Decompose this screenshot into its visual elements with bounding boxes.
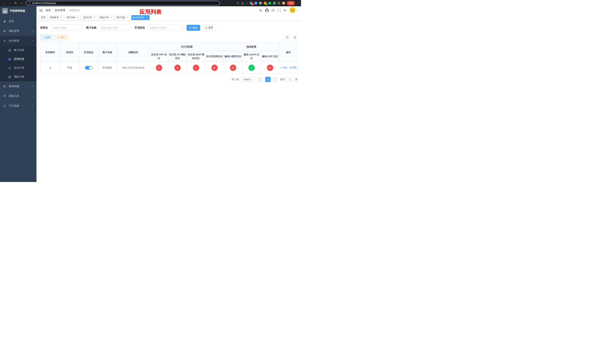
collapse-menu-icon[interactable] <box>39 9 43 12</box>
password-key-icon[interactable] <box>237 2 239 5</box>
page-number-1[interactable]: 1 <box>265 77 270 82</box>
cell-actions: 修改 删除 <box>279 62 298 74</box>
sidebar-item-pay-order[interactable]: ◎ 支付订单 <box>0 64 36 72</box>
page-annotation: 应用列表 <box>140 8 161 16</box>
extension-icon-1[interactable]: 10 <box>250 2 253 5</box>
site-info-icon[interactable]: i <box>28 2 31 4</box>
url-text: localhost:1024/pay/app <box>32 2 56 4</box>
address-bar[interactable]: i localhost:1024/pay/app <box>26 1 220 6</box>
close-icon[interactable]: × <box>110 16 112 19</box>
sidebar-item-workflow[interactable]: ◫ 工作流程 <box>0 101 36 111</box>
delete-button[interactable]: 删除 <box>290 66 297 69</box>
tab-refund-order[interactable]: 退款订单× <box>98 15 114 20</box>
forward-button[interactable]: → <box>8 2 12 5</box>
total-count: 共 1 条 <box>232 78 239 81</box>
tools-icon: ⚒ <box>3 95 6 98</box>
top-bar: 首页 / 支付管理 / 应用信息 ? TT <box>36 6 301 14</box>
close-icon[interactable]: × <box>93 16 96 19</box>
payment-submenu: ▤ 商户信息 ▦ 应用信息 ◎ 支付订单 ▥ 退款订单 <box>0 46 36 81</box>
font-size-icon[interactable]: TT <box>284 9 286 12</box>
tab-process-form[interactable]: 流程表单× <box>48 15 64 20</box>
export-button[interactable]: 导出 <box>55 34 68 40</box>
breadcrumb-current: 应用信息 <box>69 9 80 12</box>
search-icon[interactable] <box>259 9 262 12</box>
search-button[interactable]: 搜索 <box>187 25 200 31</box>
avatar <box>289 7 296 14</box>
extension-badge: 10 <box>251 3 254 5</box>
col-status: 开启状态 <box>79 43 98 62</box>
cell-status <box>79 62 98 74</box>
github-icon[interactable] <box>265 9 269 12</box>
fullscreen-icon[interactable] <box>278 9 281 12</box>
next-page-button[interactable] <box>273 77 278 82</box>
sidebar-item-app-info[interactable]: ▦ 应用信息 <box>0 55 36 64</box>
status-select[interactable] <box>147 25 183 31</box>
chrome-update-button[interactable]: 更新 <box>287 1 295 6</box>
close-icon[interactable]: × <box>60 16 62 19</box>
close-icon[interactable]: × <box>145 16 148 19</box>
close-icon[interactable]: × <box>76 16 79 19</box>
back-button[interactable]: ← <box>2 2 6 5</box>
reload-button[interactable]: ↻ <box>14 1 18 5</box>
edit-button[interactable]: 修改 <box>280 66 288 69</box>
chrome-menu-icon[interactable]: ⋮ <box>297 2 299 5</box>
status-cross-icon: × <box>193 65 199 71</box>
merchant-name-input[interactable] <box>99 25 130 31</box>
extension-icon-6[interactable] <box>273 2 276 5</box>
tab-pay-order[interactable]: 支付订单× <box>81 15 97 20</box>
sidebar-item-merchant-info[interactable]: ▤ 商户信息 <box>0 46 36 55</box>
enable-toggle[interactable] <box>85 66 92 70</box>
pagination: 共 1 条 10条/页 1 前往 页 <box>40 77 298 87</box>
home-button[interactable]: ⌂ <box>20 2 24 5</box>
col-wechat-app: 微信 APP 支付 <box>261 51 279 62</box>
extension-icon-2[interactable] <box>254 2 257 5</box>
toggle-search-button[interactable] <box>285 35 290 40</box>
col-actions: 操作 <box>279 43 298 62</box>
chevron-down-icon <box>32 30 34 32</box>
user-avatar-menu[interactable] <box>289 7 298 14</box>
app-title: 芋道管理系统 <box>10 9 25 13</box>
chevron-up-icon <box>32 40 34 42</box>
toolbar: + 新增 导出 <box>40 34 298 40</box>
prev-page-button[interactable] <box>258 77 263 82</box>
profile-avatar[interactable] <box>282 2 285 5</box>
reset-button[interactable]: 重置 <box>202 25 216 31</box>
close-icon[interactable]: × <box>126 16 129 19</box>
col-wechat-jsapi: 微信 JSAPI 支付 <box>242 51 261 62</box>
page-size-select[interactable]: 10条/页 <box>241 77 256 82</box>
extension-icon-4[interactable]: 1 <box>264 2 267 5</box>
breadcrumb-home[interactable]: 首页 <box>45 9 51 12</box>
bookmark-star-icon[interactable]: ☆ <box>246 2 248 5</box>
share-icon[interactable] <box>241 2 244 5</box>
sidebar-item-refund-order[interactable]: ▥ 退款订单 <box>0 72 36 81</box>
goto-page-input[interactable] <box>286 77 294 82</box>
table-row: 6 芋道 芋道源码 2021-10-23 08:49:25 × × × × × … <box>40 62 298 74</box>
goto-suffix: 页 <box>295 78 298 81</box>
tab-user-group[interactable]: 用户分组× <box>65 15 81 20</box>
extension-icon-3[interactable] <box>259 2 262 5</box>
tab-app-info[interactable]: 应用信息× <box>131 15 150 20</box>
status-cross-icon: × <box>174 65 181 71</box>
tab-merchant-info[interactable]: 商户信息× <box>115 15 130 20</box>
app-name-input[interactable] <box>50 25 82 31</box>
extension-icon-5[interactable] <box>268 2 271 5</box>
sidebar-item-system[interactable]: ⚙ 系统管理 <box>0 26 36 36</box>
tab-home[interactable]: 首页 <box>39 15 47 20</box>
cell-app-id: 6 <box>40 62 60 74</box>
sidebar-item-dev-tools[interactable]: ⚒ 研发工具 <box>0 91 36 101</box>
refresh-button[interactable] <box>292 35 298 40</box>
group-alipay-config: 支付宝配置 <box>150 43 224 51</box>
chevron-down-icon <box>32 85 34 87</box>
help-icon[interactable]: ? <box>272 9 275 12</box>
sidebar-item-payment[interactable]: ¥ 支付管理 <box>0 36 36 46</box>
app-logo-row[interactable]: ⛄ 芋道管理系统 <box>0 6 36 16</box>
gear-icon: ⚙ <box>3 30 6 33</box>
status-cross-icon: × <box>230 65 236 71</box>
breadcrumb-payment[interactable]: 支付管理 <box>55 9 65 12</box>
sidebar-item-infrastructure[interactable]: ⊞ 基础设施 <box>0 81 36 91</box>
sidebar-item-home[interactable]: ◉ 首页 <box>0 16 36 26</box>
breadcrumb: 首页 / 支付管理 / 应用信息 <box>45 9 80 12</box>
add-button[interactable]: + 新增 <box>40 34 53 40</box>
extension-icon-7[interactable] <box>278 2 280 5</box>
browser-chrome: ← → ↻ ⌂ i localhost:1024/pay/app ☆ 10 1 … <box>0 0 301 6</box>
